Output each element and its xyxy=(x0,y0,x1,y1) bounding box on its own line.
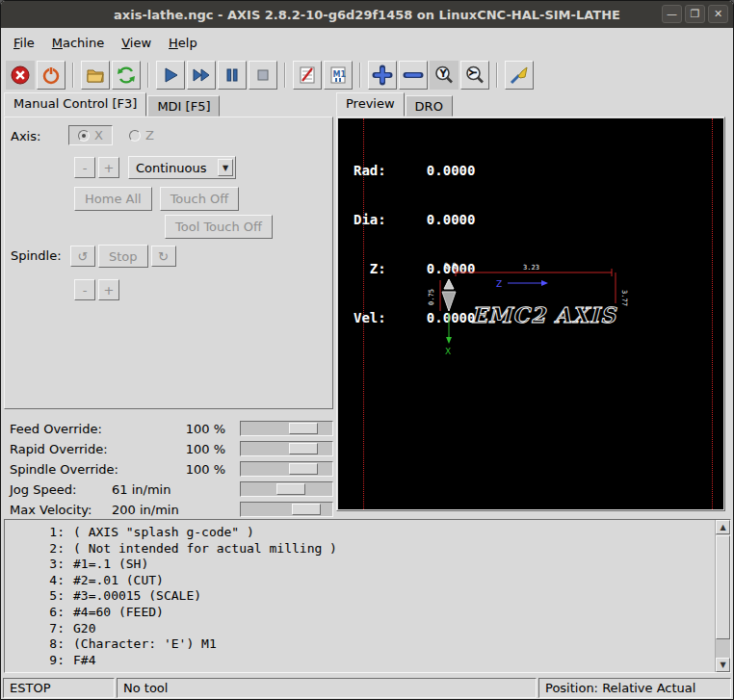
menu-machine[interactable]: Machine xyxy=(43,32,113,54)
gcode-listing[interactable]: 1:( AXIS "splash g-code" ) 2:( Not inten… xyxy=(4,519,731,673)
minimize-button[interactable]: — xyxy=(662,5,682,23)
spindle-override-value: 100 % xyxy=(186,462,225,477)
toolbar-separator xyxy=(147,63,149,88)
maximize-button[interactable]: ❐ xyxy=(685,5,705,23)
slider-thumb[interactable] xyxy=(292,504,321,515)
gcode-line[interactable]: 4:#2=.01 (CUT) xyxy=(5,573,715,589)
scroll-up-icon[interactable]: ▲ xyxy=(716,520,730,534)
rapid-override-value: 100 % xyxy=(186,442,225,456)
view-y-rotated-button[interactable]: Y xyxy=(460,61,489,90)
toolbar: M1 Y xyxy=(1,57,733,92)
spindle-ccw-button[interactable]: ↺ xyxy=(70,246,95,267)
pause-button[interactable] xyxy=(218,61,247,90)
splash-graphic: 3.23 3.77 0.9 0.75 Z X EMC2 AXIS xyxy=(427,261,648,367)
view-y-button[interactable]: Y xyxy=(430,61,459,90)
ccw-arrow-icon: ↺ xyxy=(78,249,89,264)
gcode-line[interactable]: 5:#3=.00015 (SCALE) xyxy=(5,588,715,605)
jog-speed-slider[interactable] xyxy=(240,481,333,497)
tool-arrow-icon xyxy=(444,279,454,289)
spindle-cw-button[interactable]: ↻ xyxy=(151,246,176,267)
reload-button[interactable] xyxy=(112,61,141,90)
dim-label: 3.23 xyxy=(523,264,539,272)
gcode-line[interactable]: 6:#4=60 (FEED) xyxy=(5,605,715,621)
toolbar-separator xyxy=(72,63,74,88)
reload-icon xyxy=(116,65,137,86)
brush-icon xyxy=(509,65,530,86)
right-tabbar: Preview DRO xyxy=(336,93,454,117)
tab-dro[interactable]: DRO xyxy=(406,95,453,117)
jog-speed-row: Jog Speed: 61 in/min xyxy=(4,480,333,500)
jog-plus-button[interactable]: + xyxy=(98,157,119,178)
run-step-button[interactable] xyxy=(187,61,216,90)
gcode-line[interactable]: 2:( Not intended for actual milling ) xyxy=(5,541,715,557)
estop-icon xyxy=(10,65,31,86)
estop-button[interactable] xyxy=(6,61,35,90)
toolbar-separator xyxy=(284,63,286,88)
x-axis-label: X xyxy=(445,347,451,356)
tool-touch-off-button[interactable]: Tool Touch Off xyxy=(165,215,273,239)
touch-off-button[interactable]: Touch Off xyxy=(160,187,240,211)
slider-thumb[interactable] xyxy=(289,443,318,454)
toolbar-separator xyxy=(359,63,361,88)
jog-speed-value: 61 in/min xyxy=(112,482,170,497)
axis-window: axis-lathe.ngc - AXIS 2.8.2-10-g6d29f145… xyxy=(0,0,734,700)
spindle-label: Spindle: xyxy=(11,248,62,263)
tool-cone-icon xyxy=(442,292,456,311)
spindle-override-row: Spindle Override: 100 % xyxy=(4,459,333,480)
max-velocity-value: 200 in/min xyxy=(112,503,179,517)
gcode-scrollbar[interactable]: ▲ ▼ xyxy=(715,520,730,672)
gcode-line[interactable]: 9:F#4 xyxy=(5,653,715,669)
zoom-in-button[interactable] xyxy=(368,61,397,90)
tab-mdi[interactable]: MDI [F5] xyxy=(147,95,220,117)
menu-help[interactable]: Help xyxy=(160,32,206,54)
scrollbar-thumb[interactable] xyxy=(716,535,730,639)
menu-file[interactable]: File xyxy=(5,32,43,54)
spindle-stop-button[interactable]: Stop xyxy=(98,245,148,268)
optional-pause-icon: M1 xyxy=(328,65,349,86)
tab-manual-control[interactable]: Manual Control [F3] xyxy=(4,92,146,117)
zoom-out-button[interactable] xyxy=(399,61,428,90)
toggle-optional-pause-button[interactable]: M1 xyxy=(324,61,353,90)
spindle-minus-button[interactable]: - xyxy=(74,279,95,300)
tab-preview[interactable]: Preview xyxy=(336,92,405,117)
scroll-down-icon[interactable]: ▼ xyxy=(716,658,730,672)
machine-limit-line xyxy=(712,118,713,509)
toolbar-separator xyxy=(496,63,498,88)
magnifier-y-rotated-icon: Y xyxy=(464,65,485,86)
window-controls: — ❐ ✕ xyxy=(662,5,728,23)
home-all-button[interactable]: Home All xyxy=(74,187,152,211)
close-button[interactable]: ✕ xyxy=(708,5,728,23)
max-velocity-row: Max Velocity: 200 in/min xyxy=(4,500,333,520)
open-file-button[interactable] xyxy=(81,61,110,90)
radio-indicator-icon xyxy=(129,130,141,142)
machine-power-button[interactable] xyxy=(37,61,66,90)
slider-thumb[interactable] xyxy=(289,463,318,475)
axis-z-radio[interactable]: Z xyxy=(120,125,163,145)
axis-x-radio[interactable]: X xyxy=(68,125,113,145)
rapid-override-slider[interactable] xyxy=(240,441,333,456)
preview-canvas[interactable]: Rad: 0.0000 Dia: 0.0000 Z: 0.0000 Vel: 0… xyxy=(338,118,723,509)
stop-button[interactable] xyxy=(249,61,277,90)
svg-text:Y: Y xyxy=(468,68,479,77)
dim-label: 0.75 xyxy=(428,289,435,305)
toggle-skip-lines-button[interactable] xyxy=(293,61,322,90)
gcode-line[interactable]: 3:#1=.1 (SH) xyxy=(5,557,715,573)
spindle-override-slider[interactable] xyxy=(240,461,333,477)
spindle-plus-button[interactable]: + xyxy=(98,279,119,300)
clear-plot-button[interactable] xyxy=(505,61,534,90)
feed-override-slider[interactable] xyxy=(240,421,333,436)
jog-minus-button[interactable]: - xyxy=(74,157,95,178)
run-button[interactable] xyxy=(156,61,185,90)
slider-thumb[interactable] xyxy=(276,483,305,495)
gcode-line[interactable]: 7:G20 xyxy=(5,621,715,637)
gcode-line[interactable]: 1:( AXIS "splash g-code" ) xyxy=(5,525,715,541)
dim-label: 3.77 xyxy=(620,290,628,306)
feed-override-value: 100 % xyxy=(186,422,225,436)
menu-view[interactable]: View xyxy=(113,32,160,54)
slider-thumb[interactable] xyxy=(289,423,318,434)
menubar: File Machine View Help xyxy=(1,28,733,57)
gcode-line[interactable]: 8:(Character: 'E') M1 xyxy=(5,636,715,653)
jog-mode-select[interactable]: Continuous ▼ xyxy=(128,156,236,179)
zoom-out-icon xyxy=(403,65,424,86)
max-velocity-slider[interactable] xyxy=(240,502,333,517)
